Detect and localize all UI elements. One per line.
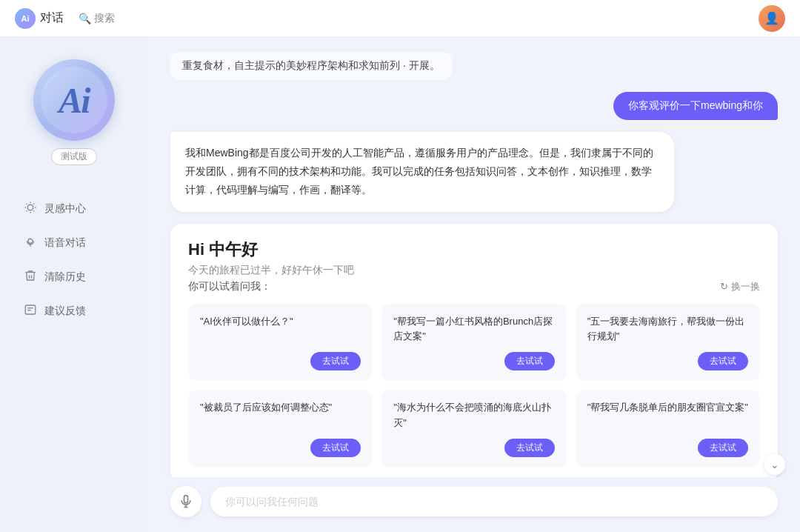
clear-icon	[24, 269, 37, 285]
bot-message: 我和MewBing都是百度公司开发的人工智能产品，遵循服务用户的产品理念。但是，…	[170, 132, 674, 212]
refresh-button[interactable]: ↻ 换一换	[720, 280, 760, 293]
sidebar-item-inspiration[interactable]: 灵感中心	[15, 195, 133, 223]
try-button-0[interactable]: 去试试	[310, 352, 361, 370]
greeting-heading: Hi 中午好	[188, 239, 760, 261]
logo-icon: Ai	[15, 8, 36, 29]
sidebar-nav: 灵感中心 语音对话 清除历史 建议反馈	[0, 195, 148, 325]
chevron-down-icon: ⌄	[770, 459, 779, 471]
scroll-down-button[interactable]: ⌄	[764, 454, 785, 475]
sidebar-item-label: 语音对话	[44, 236, 86, 250]
suggestion-card-4[interactable]: "海水为什么不会把喷涌的海底火山扑灭" 去试试	[381, 390, 566, 468]
suggestion-card-1[interactable]: "帮我写一篇小红书风格的Brunch店探店文案" 去试试	[381, 304, 566, 382]
sidebar: Ai 测试版 灵感中心 语音对话 清除历史	[0, 37, 148, 532]
header: Ai 对话 🔍 搜索 👤	[0, 0, 800, 37]
card-text-0: "AI伙伴可以做什么？"	[200, 314, 361, 345]
svg-point-0	[27, 205, 33, 210]
svg-line-5	[27, 204, 27, 205]
try-button-2[interactable]: 去试试	[698, 352, 748, 370]
suggestion-card-5[interactable]: "帮我写几条脱单后的朋友圈官宣文案" 去试试	[576, 390, 760, 468]
refresh-label: 换一换	[731, 280, 760, 293]
user-message: 你客观评价一下mewbing和你	[613, 92, 778, 120]
voice-icon	[24, 235, 37, 251]
prompt-label: 你可以试着问我：	[188, 280, 271, 293]
beta-badge: 测试版	[51, 148, 97, 165]
suggestion-card-0[interactable]: "AI伙伴可以做什么？" 去试试	[188, 304, 373, 382]
avatar[interactable]: 👤	[759, 5, 785, 32]
sidebar-item-label: 建议反馈	[44, 305, 86, 318]
suggestion-grid: "AI伙伴可以做什么？" 去试试 "帮我写一篇小红书风格的Brunch店探店文案…	[188, 304, 760, 468]
card-text-5: "帮我写几条脱单后的朋友圈官宣文案"	[587, 400, 748, 431]
refresh-icon: ↻	[720, 281, 728, 292]
greeting-subtitle: 今天的旅程已过半，好好午休一下吧	[188, 264, 760, 277]
sidebar-item-clear[interactable]: 清除历史	[15, 263, 133, 291]
chat-area: 重复食材，自主提示的美妙程序架构和求知前列 · 开展。 你客观评价一下mewbi…	[148, 37, 800, 532]
svg-line-8	[33, 204, 34, 205]
ai-avatar: Ai	[33, 59, 115, 141]
search-button[interactable]: 🔍 搜索	[79, 12, 115, 25]
mic-button[interactable]	[170, 486, 201, 517]
ai-avatar-section: Ai 测试版	[33, 59, 115, 165]
sidebar-item-feedback[interactable]: 建议反馈	[15, 297, 133, 325]
prompt-label-row: 你可以试着问我： ↻ 换一换	[188, 280, 760, 293]
svg-point-9	[28, 239, 33, 243]
try-button-4[interactable]: 去试试	[504, 439, 555, 457]
inspiration-icon	[24, 201, 37, 217]
card-text-1: "帮我写一篇小红书风格的Brunch店探店文案"	[393, 314, 554, 345]
header-logo[interactable]: Ai 对话	[15, 8, 64, 29]
try-button-1[interactable]: 去试试	[504, 352, 555, 370]
svg-rect-11	[25, 305, 36, 314]
svg-line-6	[33, 210, 34, 211]
feedback-icon	[24, 303, 37, 319]
header-title: 对话	[40, 10, 64, 26]
sidebar-item-label: 清除历史	[44, 270, 86, 284]
sidebar-item-voice[interactable]: 语音对话	[15, 229, 133, 257]
suggestion-card-2[interactable]: "五一我要去海南旅行，帮我做一份出行规划" 去试试	[576, 304, 760, 382]
suggestion-panel: Hi 中午好 今天的旅程已过半，好好午休一下吧 你可以试着问我： ↻ 换一换 "…	[170, 224, 778, 477]
try-button-3[interactable]: 去试试	[310, 439, 361, 457]
card-text-4: "海水为什么不会把喷涌的海底火山扑灭"	[393, 400, 554, 431]
sidebar-item-label: 灵感中心	[44, 202, 86, 216]
suggestion-panel-wrap: Hi 中午好 今天的旅程已过半，好好午休一下吧 你可以试着问我： ↻ 换一换 "…	[170, 224, 778, 477]
try-button-5[interactable]: 去试试	[698, 439, 748, 457]
messages-list: 重复食材，自主提示的美妙程序架构和求知前列 · 开展。 你客观评价一下mewbi…	[148, 37, 800, 477]
main-layout: Ai 测试版 灵感中心 语音对话 清除历史	[0, 37, 800, 532]
card-text-3: "被裁员了后应该如何调整心态"	[200, 400, 361, 431]
svg-rect-14	[184, 496, 188, 503]
card-text-2: "五一我要去海南旅行，帮我做一份出行规划"	[587, 314, 748, 345]
chat-input[interactable]	[210, 487, 778, 516]
cutoff-message: 重复食材，自主提示的美妙程序架构和求知前列 · 开展。	[170, 52, 452, 80]
suggestion-card-3[interactable]: "被裁员了后应该如何调整心态" 去试试	[188, 390, 373, 468]
search-icon: 🔍	[79, 13, 91, 24]
input-area	[148, 477, 800, 532]
mic-icon	[179, 494, 193, 509]
svg-line-7	[27, 210, 27, 211]
